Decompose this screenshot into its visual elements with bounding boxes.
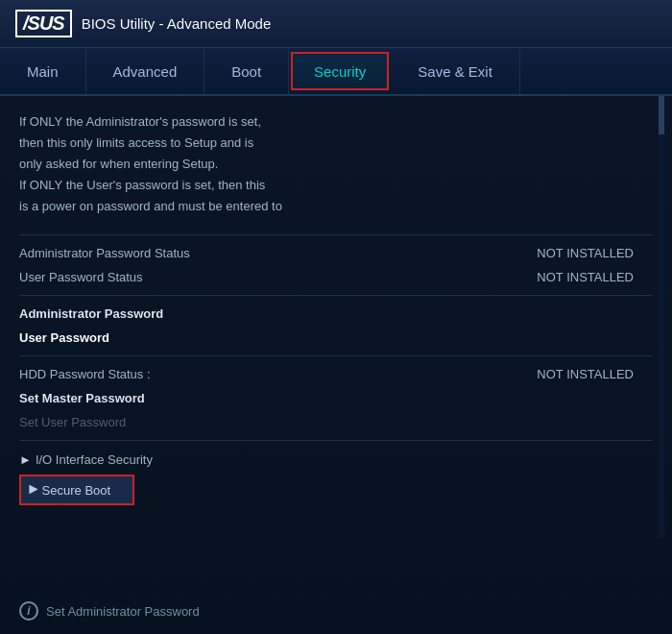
admin-password-status-value: NOT INSTALLED <box>537 246 634 260</box>
hdd-password-status-row: HDD Password Status : NOT INSTALLED <box>19 362 653 386</box>
divider-4 <box>19 440 653 441</box>
footer-hint-text: Set Administrator Password <box>46 604 200 619</box>
admin-password-row[interactable]: Administrator Password <box>19 302 653 326</box>
desc-line1: If ONLY the Administrator's password is … <box>19 111 653 133</box>
main-content: If ONLY the Administrator's password is … <box>0 96 672 634</box>
divider-1 <box>19 234 653 235</box>
io-interface-label: I/O Interface Security <box>36 452 153 467</box>
desc-line5: is a power on password and must be enter… <box>19 196 653 217</box>
footer-hint: i Set Administrator Password <box>19 601 200 621</box>
header-bar: /SUS BIOS Utility - Advanced Mode <box>0 0 672 48</box>
set-master-password-row[interactable]: Set Master Password <box>19 386 653 410</box>
secure-boot-label: Secure Boot <box>42 483 111 498</box>
desc-line4: If ONLY the User's password is set, then… <box>19 175 653 196</box>
user-password-label: User Password <box>19 330 109 345</box>
desc-line3: only asked for when entering Setup. <box>19 154 653 175</box>
user-password-row[interactable]: User Password <box>19 326 653 350</box>
io-interface-arrow-icon: ► <box>19 452 32 467</box>
io-interface-security-item[interactable]: ► I/O Interface Security <box>19 447 653 473</box>
set-user-password-row: Set User Password <box>19 410 653 434</box>
tab-save-exit[interactable]: Save & Exit <box>391 48 520 94</box>
secure-boot-item[interactable]: ► Secure Boot <box>19 475 134 505</box>
user-password-status-row: User Password Status NOT INSTALLED <box>19 265 653 289</box>
tab-boot[interactable]: Boot <box>204 48 289 94</box>
hdd-password-status-label: HDD Password Status : <box>19 367 151 381</box>
secure-boot-arrow-icon: ► <box>29 481 38 499</box>
info-icon: i <box>19 601 38 621</box>
admin-password-label: Administrator Password <box>19 306 163 321</box>
tab-advanced[interactable]: Advanced <box>86 48 205 94</box>
scroll-indicator[interactable] <box>659 96 664 538</box>
admin-password-status-row: Administrator Password Status NOT INSTAL… <box>19 241 653 265</box>
set-user-password-label: Set User Password <box>19 415 126 429</box>
desc-line2: then this only limits access to Setup an… <box>19 133 653 154</box>
header-title: BIOS Utility - Advanced Mode <box>82 15 272 32</box>
description-block: If ONLY the Administrator's password is … <box>19 111 653 217</box>
admin-password-status-label: Administrator Password Status <box>19 246 190 260</box>
tab-main[interactable]: Main <box>0 48 86 94</box>
user-password-status-label: User Password Status <box>19 270 143 284</box>
set-master-password-label: Set Master Password <box>19 391 145 405</box>
user-password-status-value: NOT INSTALLED <box>537 270 634 284</box>
divider-3 <box>19 355 653 356</box>
hdd-password-status-value: NOT INSTALLED <box>537 367 634 381</box>
scroll-thumb <box>659 96 664 134</box>
nav-tabs: Main Advanced Boot Security Save & Exit <box>0 48 672 96</box>
asus-logo: /SUS <box>15 10 72 37</box>
tab-security[interactable]: Security <box>291 52 389 90</box>
logo-area: /SUS BIOS Utility - Advanced Mode <box>15 10 271 37</box>
divider-2 <box>19 295 653 296</box>
